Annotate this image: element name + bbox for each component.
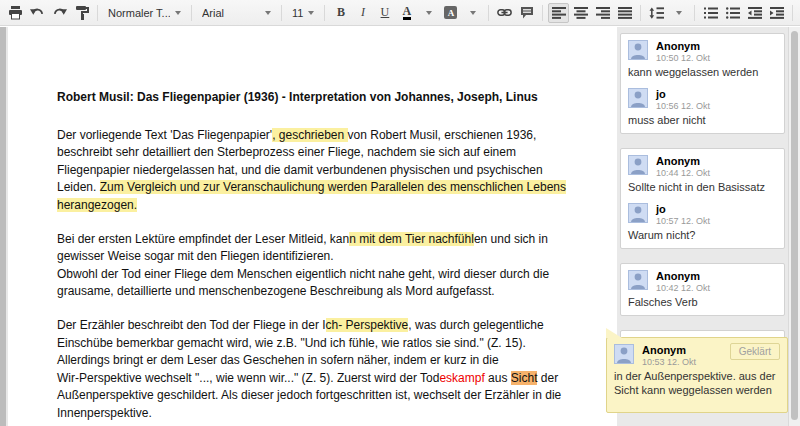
comment-author: Anonym	[656, 155, 710, 167]
text-color-button[interactable]: A	[396, 3, 417, 23]
undo-button[interactable]	[27, 3, 48, 23]
scrollbar-thumb[interactable]	[791, 31, 798, 420]
toolbar-separator	[324, 5, 325, 21]
highlight-color-icon: A	[444, 6, 457, 19]
avatar	[628, 155, 648, 175]
comment-author: jo	[656, 203, 710, 215]
align-right-button[interactable]	[592, 3, 613, 23]
person-icon	[629, 156, 647, 174]
underline-button[interactable]: U	[374, 3, 395, 23]
comment-text: kann weggelassen werden	[628, 65, 777, 79]
text-color-caret[interactable]	[418, 3, 439, 23]
font-family-label: Arial	[202, 7, 260, 19]
highlight-color-caret[interactable]	[462, 3, 483, 23]
text-run: Bei der ersten Lektüre empfindet der Les…	[57, 232, 349, 246]
paragraph-style-dropdown[interactable]: Normaler T...	[103, 3, 186, 23]
comment-text: Sollte nicht in den Basissatz	[628, 180, 777, 194]
underline-label: U	[381, 5, 390, 20]
italic-label: I	[361, 5, 365, 20]
comment[interactable]: jo10:56 12. Oktmuss aber nicht	[628, 88, 777, 127]
insert-comment-button[interactable]	[516, 3, 537, 23]
line-spacing-caret[interactable]	[668, 3, 689, 23]
comment-author: jo	[656, 88, 710, 100]
chevron-down-icon	[265, 11, 271, 15]
redo-button[interactable]	[49, 3, 70, 23]
bold-button[interactable]: B	[330, 3, 351, 23]
document-text[interactable]: Robert Musil: Das Fliegenpapier (1936) -…	[57, 89, 566, 426]
toolbar-separator	[488, 5, 489, 21]
person-icon	[629, 41, 647, 59]
print-button[interactable]	[5, 3, 26, 23]
toolbar-separator	[694, 5, 695, 21]
avatar	[614, 344, 634, 364]
resolve-button[interactable]: Geklärt	[730, 343, 780, 360]
highlight-color-button[interactable]: A	[440, 3, 461, 23]
document-heading[interactable]: Robert Musil: Das Fliegenpapier (1936) -…	[57, 89, 566, 107]
highlight-yellow-text[interactable]: Zum Vergleich und zur Veranschaulichung …	[57, 180, 566, 212]
paint-format-button[interactable]	[71, 3, 92, 23]
italic-button[interactable]: I	[352, 3, 373, 23]
comment-anchor-pointer	[606, 328, 622, 338]
toolbar-separator	[281, 5, 282, 21]
align-justify-icon	[618, 7, 632, 19]
toolbar-separator	[542, 5, 543, 21]
comment-text: muss aber nicht	[628, 113, 777, 127]
comment-timestamp: 10:50 12. Okt	[656, 53, 710, 63]
font-family-dropdown[interactable]: Arial	[197, 3, 276, 23]
red-text[interactable]: eskampf	[439, 371, 484, 385]
comment-card[interactable]: Anonym10:50 12. Oktkann weggelassen werd…	[620, 33, 785, 134]
numbered-list-icon	[704, 7, 718, 19]
vertical-scrollbar[interactable]	[788, 27, 800, 426]
chevron-down-icon	[426, 11, 432, 15]
comment-timestamp: 10:53 12. Okt	[642, 357, 696, 367]
paragraph[interactable]: Der vorliegende Text 'Das Fliegenpapier'…	[57, 127, 566, 215]
document-canvas[interactable]: Robert Musil: Das Fliegenpapier (1936) -…	[0, 27, 617, 426]
comment[interactable]: Anonym10:50 12. Oktkann weggelassen werd…	[628, 40, 777, 79]
numbered-list-button[interactable]	[700, 3, 721, 23]
text-run: Der Erzähler beschreibt den Tod der Flie…	[57, 318, 326, 332]
person-icon	[629, 204, 647, 222]
link-icon	[497, 7, 512, 18]
increase-indent-button[interactable]	[766, 3, 787, 23]
paragraph[interactable]: Bei der ersten Lektüre empfindet der Les…	[57, 231, 566, 301]
comment[interactable]: jo10:57 12. OktWarum nicht?	[628, 203, 777, 242]
comment-card[interactable]: Anonym10:44 12. OktSollte nicht in den B…	[620, 148, 785, 249]
line-spacing-icon	[649, 7, 664, 19]
toolbar-separator	[191, 5, 192, 21]
toolbar-separator	[97, 5, 98, 21]
font-size-dropdown[interactable]: 11	[287, 3, 319, 23]
comment-text: in der Außenperspektive. aus der Sicht k…	[614, 369, 780, 397]
chevron-down-icon	[470, 11, 476, 15]
align-justify-button[interactable]	[614, 3, 635, 23]
align-left-button[interactable]	[548, 3, 569, 23]
comment[interactable]: Anonym10:42 12. OktFalsches Verb	[628, 270, 777, 309]
comment-anchor-text[interactable]: Sicht	[511, 371, 538, 385]
highlight-yellow-text[interactable]: n mit dem Tier nachfühl	[349, 232, 474, 246]
chevron-down-icon	[308, 11, 314, 15]
decrease-indent-button[interactable]	[744, 3, 765, 23]
comment-author: Anonym	[656, 40, 710, 52]
avatar	[628, 270, 648, 290]
avatar	[628, 40, 648, 60]
avatar	[628, 88, 648, 108]
increase-indent-icon	[770, 7, 784, 19]
paragraph[interactable]: Der Erzähler beschreibt den Tod der Flie…	[57, 317, 566, 423]
avatar	[628, 203, 648, 223]
bulleted-list-button[interactable]	[722, 3, 743, 23]
comment-timestamp: 10:56 12. Okt	[656, 101, 710, 111]
comment-timestamp: 10:42 12. Okt	[656, 283, 710, 293]
chevron-down-icon	[175, 11, 181, 15]
text-run: aus	[485, 371, 511, 385]
comment[interactable]: Anonym10:44 12. OktSollte nicht in den B…	[628, 155, 777, 194]
insert-link-button[interactable]	[494, 3, 515, 23]
align-center-button[interactable]	[570, 3, 591, 23]
paint-roller-icon	[75, 5, 89, 20]
active-comment-card[interactable]: Anonym 10:53 12. Okt in der Außenperspek…	[606, 337, 788, 413]
docs-editor-window: Normaler T... Arial 11 B I U A A	[0, 0, 800, 426]
person-icon	[629, 271, 647, 289]
comment-card[interactable]: Anonym10:42 12. OktFalsches Verb	[620, 263, 785, 316]
line-spacing-button[interactable]	[646, 3, 667, 23]
highlight-yellow-text[interactable]: ch- Perspektive	[326, 318, 409, 332]
highlight-yellow-text[interactable]: , geschrieben	[272, 128, 347, 142]
page-left-edge	[0, 27, 8, 426]
